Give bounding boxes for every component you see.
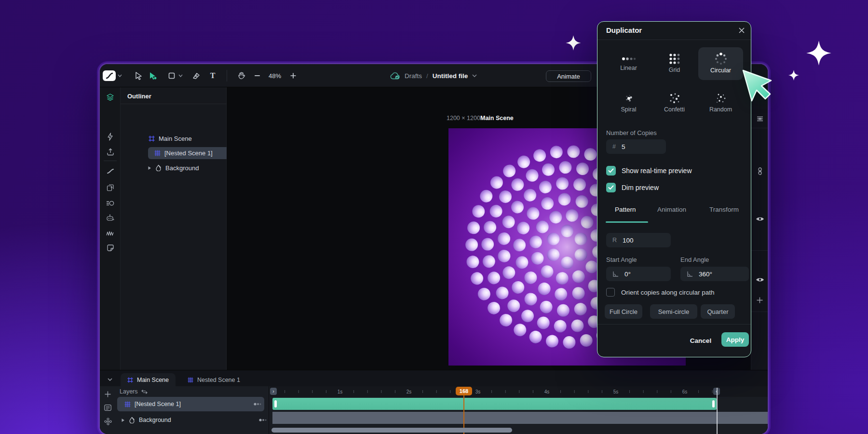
outliner-item-main-scene[interactable]: Main Scene [149, 133, 192, 144]
duplicate-icon[interactable] [100, 182, 121, 193]
text-tool-icon[interactable]: T [207, 64, 218, 87]
tool-dropdown-chevron[interactable] [116, 64, 123, 87]
playhead-frame-badge[interactable]: 168 [456, 387, 472, 395]
start-angle-label: Start Angle [606, 256, 637, 263]
cancel-button[interactable]: Cancel [687, 335, 714, 346]
expand-triangle-icon[interactable] [148, 166, 151, 170]
dialog-divider [597, 40, 751, 40]
breadcrumb: Drafts / Untitled file [390, 64, 477, 87]
checkbox-checked-icon[interactable] [606, 183, 616, 192]
svg-text:3s: 3s [475, 389, 481, 394]
layer-options-dots-icon[interactable] [259, 418, 267, 422]
preset-full-circle-button[interactable]: Full Circle [605, 304, 642, 319]
track-bar-background[interactable] [272, 412, 768, 424]
end-angle-input[interactable]: 360° [680, 267, 749, 281]
select-tool-icon[interactable] [132, 64, 145, 87]
timeline-ruler[interactable]: 1s2s3s4s5s6s [270, 386, 768, 397]
radius-input[interactable]: R 100 [606, 233, 671, 247]
preset-semi-circle-button[interactable]: Semi-circle [650, 304, 697, 319]
timeline-horizontal-scrollbar[interactable] [271, 428, 512, 433]
tab-animation[interactable]: Animation [657, 206, 686, 213]
checkbox-checked-icon[interactable] [606, 166, 616, 176]
toolbar-divider [227, 70, 227, 81]
ease-curve-icon [106, 72, 113, 79]
zoom-out-button[interactable] [252, 64, 262, 87]
checkbox-unchecked-icon[interactable] [606, 288, 615, 297]
motion-path-icon[interactable] [100, 416, 116, 427]
svg-text:2s: 2s [407, 389, 412, 394]
rail-divider [751, 128, 768, 128]
preset-quarter-button[interactable]: Quarter [701, 304, 735, 319]
timeline-tab-main-scene[interactable]: Main Scene [121, 373, 176, 386]
actions-icon[interactable] [100, 131, 121, 142]
artboard-name[interactable]: Main Scene [480, 115, 514, 122]
swap-order-icon[interactable] [141, 390, 148, 394]
export-icon[interactable] [100, 146, 121, 158]
confetti-pattern-icon [668, 93, 681, 104]
keyframe-marker[interactable] [274, 400, 277, 407]
start-angle-input[interactable]: 0° [606, 267, 671, 281]
timeline-tab-nested-scene[interactable]: Nested Scene 1 [181, 373, 247, 386]
pattern-option-random[interactable]: Random [698, 87, 743, 120]
rail-divider [104, 161, 117, 161]
nested-grid-icon [154, 150, 161, 156]
copies-input[interactable]: # 5 [606, 139, 666, 154]
hand-tool-icon[interactable] [235, 64, 247, 87]
add-property-icon[interactable] [751, 295, 768, 305]
ease-curve-tool-button[interactable] [103, 70, 116, 81]
layers-header: Layers [120, 388, 148, 395]
filter-search-icon[interactable] [100, 197, 121, 209]
tab-pattern[interactable]: Pattern [615, 206, 636, 213]
timeline-layer-nested-scene[interactable]: [Nested Scene 1] [117, 397, 264, 411]
direct-select-tool-icon[interactable] [146, 64, 160, 87]
show-preview-option[interactable]: Show real-time preview [606, 166, 692, 176]
rail-divider [751, 312, 768, 312]
duplicator-dialog: Duplicator Linear Grid [597, 21, 751, 357]
linear-pattern-icon [622, 55, 636, 63]
file-menu-chevron-icon[interactable] [472, 74, 477, 77]
layer-options-dots-icon[interactable] [254, 402, 261, 406]
timeline-track-area[interactable]: 1s2s3s4s5s6s › ‹ 168 [270, 386, 768, 434]
pattern-option-linear[interactable]: Linear [606, 47, 651, 80]
orient-copies-option[interactable]: Orient copies along circular path [606, 288, 715, 297]
work-area-start-handle[interactable]: › [270, 388, 277, 395]
nested-grid-icon [188, 377, 193, 383]
link-icon[interactable] [751, 166, 768, 176]
pattern-option-grid[interactable]: Grid [652, 47, 697, 80]
sticker-icon[interactable] [100, 242, 121, 254]
track-bar-nested-scene[interactable] [272, 398, 717, 410]
dim-preview-option[interactable]: Dim preview [606, 183, 659, 192]
eye-visibility-icon[interactable] [751, 274, 768, 285]
curve-editor-icon[interactable] [100, 165, 121, 177]
add-layer-button[interactable] [100, 389, 116, 399]
active-tab-underline [606, 221, 648, 223]
wiggle-effect-icon[interactable] [100, 228, 121, 239]
hash-icon: # [612, 143, 616, 150]
ai-assistant-icon[interactable] [100, 212, 121, 224]
menu-icon[interactable] [751, 113, 768, 124]
sparkle-icon [805, 40, 832, 67]
tab-transform[interactable]: Transform [709, 206, 739, 213]
animate-button[interactable]: Animate [546, 70, 591, 82]
expand-triangle-icon[interactable] [121, 418, 125, 422]
layer-list-view-icon[interactable] [100, 402, 116, 413]
pattern-option-circular[interactable]: Circular [698, 47, 743, 80]
breadcrumb-filename[interactable]: Untitled file [433, 72, 468, 80]
timeline-layer-background[interactable]: Background [119, 413, 264, 427]
keyframe-marker[interactable] [712, 400, 715, 407]
close-icon[interactable] [736, 25, 747, 36]
outliner-item-background[interactable]: Background [148, 163, 199, 173]
rectangle-tool-icon[interactable] [166, 64, 177, 87]
eye-visibility-icon[interactable] [751, 214, 768, 224]
collapse-timeline-chevron[interactable] [104, 373, 116, 386]
zoom-in-button[interactable] [288, 64, 298, 87]
zoom-level[interactable]: 48% [265, 64, 285, 87]
breadcrumb-folder[interactable]: Drafts [405, 72, 422, 80]
apply-button[interactable]: Apply [721, 332, 749, 347]
pattern-option-confetti[interactable]: Confetti [652, 87, 697, 120]
shape-dropdown-chevron[interactable] [177, 64, 184, 87]
layers-panel-icon[interactable] [100, 91, 121, 103]
svg-text:6s: 6s [682, 389, 688, 394]
pattern-option-spiral[interactable]: Spiral [606, 87, 651, 120]
pen-tool-icon[interactable] [190, 64, 202, 87]
